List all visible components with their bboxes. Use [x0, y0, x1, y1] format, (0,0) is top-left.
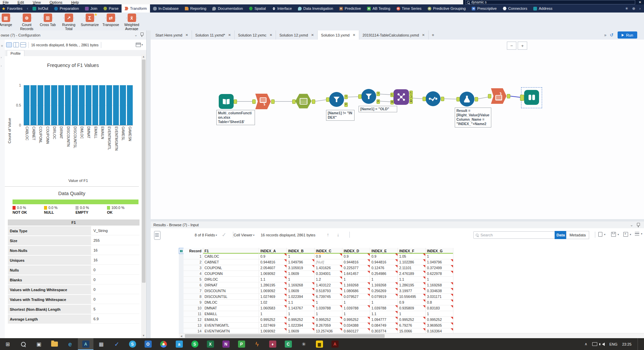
table-row[interactable]: 9DMLOC1.021.11110.90.8: [184, 300, 453, 305]
clock[interactable]: 23:25: [622, 342, 631, 346]
table-row[interactable]: 6DIRNAT1.2861951.1692681.4031221.1692681…: [184, 282, 453, 288]
horizontal-scrollbar[interactable]: ◄: [179, 333, 644, 338]
ribbon-tab-predictive-grouping[interactable]: RPredictive Grouping: [425, 4, 469, 13]
results-grid[interactable]: RecordF1INDEX_AINDEX_BINDEX_CINDEX_DINDE…: [179, 248, 458, 333]
menu-file[interactable]: File: [3, 0, 9, 4]
output-port[interactable]: [271, 99, 275, 104]
workflow-tab-solution-12-yxmd[interactable]: Solution 12.yxmd✕: [276, 30, 318, 40]
file-explorer[interactable]: [47, 338, 62, 350]
gear-icon[interactable]: ✳: [623, 6, 630, 11]
menu-view[interactable]: View: [33, 0, 41, 4]
save-button[interactable]: ▾: [611, 232, 619, 237]
close-tab-icon[interactable]: ✕: [311, 33, 314, 37]
tool-filter-2[interactable]: [361, 89, 376, 104]
ribbon-tab-favorites[interactable]: ★Favorites: [0, 4, 25, 13]
workflow-tab-solution-13-yxmd[interactable]: Solution 13.yxmd✕: [318, 30, 359, 40]
tool-transpose[interactable]: ›⇄›Transpose: [100, 13, 121, 27]
power-bi-app[interactable]: ▆: [312, 338, 327, 350]
input-port[interactable]: [456, 97, 460, 101]
workflow-tab-solution-12-yxmc[interactable]: Solution 12.yxmc✕: [235, 30, 276, 40]
workflow-history-icon[interactable]: ↺: [610, 32, 614, 38]
table-row[interactable]: 7DISCOUNTN1.0690921.06090.5187931.080686…: [184, 288, 453, 294]
apply-check-icon[interactable]: ✓: [222, 232, 226, 238]
tool-search-input[interactable]: dynamic s: [465, 0, 635, 4]
settings-app[interactable]: ✳: [296, 338, 312, 350]
ribbon-scroll-left[interactable]: ‹: [25, 4, 29, 13]
edge-browser[interactable]: e: [62, 338, 78, 350]
search-close-icon[interactable]: ✕: [639, 0, 641, 4]
todo-app[interactable]: ✓: [109, 338, 125, 350]
left-input-port[interactable]: L: [390, 93, 394, 97]
more-tabs-icon[interactable]: »: [604, 33, 606, 38]
new-window-button[interactable]: ▾: [623, 232, 631, 237]
config-scrollbar[interactable]: ▲ ▼: [141, 54, 146, 338]
fields-dropdown[interactable]: 8 of 8 Fields▾: [195, 233, 217, 237]
table-row[interactable]: 4COUPONN1.0690921.06090.3340011.6414570.…: [184, 271, 453, 277]
acrobat-app[interactable]: A: [327, 338, 343, 350]
table-row[interactable]: 3COUPONL2.0546073.1059191.4316260.225377…: [184, 265, 453, 271]
ribbon-tab-in-out[interactable]: In/Out: [29, 4, 51, 13]
ribbon-tab-interface[interactable]: Interface: [269, 4, 295, 13]
close-tab-icon[interactable]: ✕: [185, 33, 188, 37]
tool-arrange[interactable]: ›▦›Arrange: [0, 13, 16, 27]
column-header-index-c[interactable]: INDEX_C: [315, 248, 342, 254]
tray-chevron-icon[interactable]: ∧: [585, 342, 587, 346]
true-port[interactable]: T: [344, 95, 348, 99]
excel-app[interactable]: X: [202, 338, 218, 350]
layout-single-button[interactable]: [6, 42, 12, 47]
tool-input-data[interactable]: [219, 94, 234, 109]
left-output-port[interactable]: L: [409, 91, 413, 95]
ribbon-tab-in-database[interactable]: In-Database: [150, 4, 182, 13]
layout-horizontal-split-button[interactable]: [20, 42, 26, 47]
ribbon-tab-predictive[interactable]: RPredictive: [336, 4, 364, 13]
show-desktop-button[interactable]: [638, 338, 639, 350]
tool-count-records[interactable]: ›⊚›Count Records: [16, 13, 37, 31]
tool-filter-1[interactable]: [329, 92, 344, 107]
table-row[interactable]: 10DMNAT1.0605831.1437671.0397881.0397881…: [184, 305, 453, 311]
scroll-up-icon[interactable]: ▲: [142, 55, 145, 58]
input-port[interactable]: [292, 99, 296, 104]
results-search-input[interactable]: Search: [473, 231, 556, 239]
workflow-tab-solution-11-yxmd[interactable]: Solution 11.yxmd*✕: [192, 30, 235, 40]
table-row[interactable]: 13EVENTMGMTL1.0274691.0223948.2670590.03…: [184, 323, 453, 328]
right-input-port[interactable]: R: [390, 100, 394, 104]
false-port[interactable]: F: [344, 102, 348, 107]
red-app[interactable]: ♦: [265, 338, 280, 350]
annotation-filter1[interactable]: [Name1] != "INDEX": [326, 110, 355, 121]
column-header-index-d[interactable]: INDEX_D: [342, 248, 370, 254]
workflow-tab-start-here-yxmd[interactable]: Start Here.yxmd✕: [152, 30, 192, 40]
column-header-f1[interactable]: F1: [203, 248, 259, 254]
tool-cross-tab[interactable]: ›⊞›Cross Tab: [37, 13, 58, 27]
pin-icon[interactable]: [637, 223, 640, 226]
skype-app[interactable]: S: [125, 338, 140, 350]
collapse-chevron-icon[interactable]: ⌄: [134, 33, 137, 37]
table-row[interactable]: 5DIRLOC1.111.2111.11: [184, 277, 453, 282]
ribbon-tab-spatial[interactable]: Spatial: [246, 4, 269, 13]
tool-weighted-average[interactable]: ›x̄›Weighted Average: [121, 13, 142, 31]
workflow-tab-20191114-tablecalculations-yxmd[interactable]: 20191114-TableCalculations.yxmd✕: [359, 30, 429, 40]
table-row[interactable]: 11EMAILL11111.111: [184, 311, 453, 317]
annotation-filter2[interactable]: [Name1] = "OLD": [359, 106, 397, 112]
scroll-thumb[interactable]: [142, 60, 146, 283]
menu-edit[interactable]: Edit: [18, 0, 24, 4]
pin-icon[interactable]: [141, 32, 144, 36]
options-menu-button[interactable]: ▾: [635, 232, 642, 236]
input-port[interactable]: [358, 94, 362, 99]
join-output-port[interactable]: J: [409, 95, 413, 99]
chevron-right-icon[interactable]: ›: [637, 6, 643, 10]
calculator-app[interactable]: ▦: [93, 338, 109, 350]
output-port[interactable]: [234, 99, 237, 104]
c-app[interactable]: C: [280, 338, 296, 350]
input-port[interactable]: [326, 97, 329, 102]
annotation-formula[interactable]: Result = [Right_Value]/Value Column_Name…: [455, 108, 491, 127]
close-tab-icon[interactable]: ✕: [270, 33, 272, 37]
tool-unique[interactable]: [426, 91, 441, 106]
start-button[interactable]: ⊞: [0, 338, 16, 350]
close-tab-icon[interactable]: ✕: [422, 33, 425, 37]
table-row[interactable]: 8DISCOUNTSL1.0274691.0223946.7397450.079…: [184, 294, 453, 300]
table-row[interactable]: 12EMAILN0.9952520.9952520.9952520.995252…: [184, 317, 453, 323]
tab-profile[interactable]: Profile: [7, 50, 24, 56]
gear-icon[interactable]: ✳: [1, 44, 3, 48]
table-row[interactable]: 1CABLOC0.910.90.90.91.051: [184, 254, 453, 259]
layout-vertical-split-button[interactable]: [13, 42, 19, 47]
